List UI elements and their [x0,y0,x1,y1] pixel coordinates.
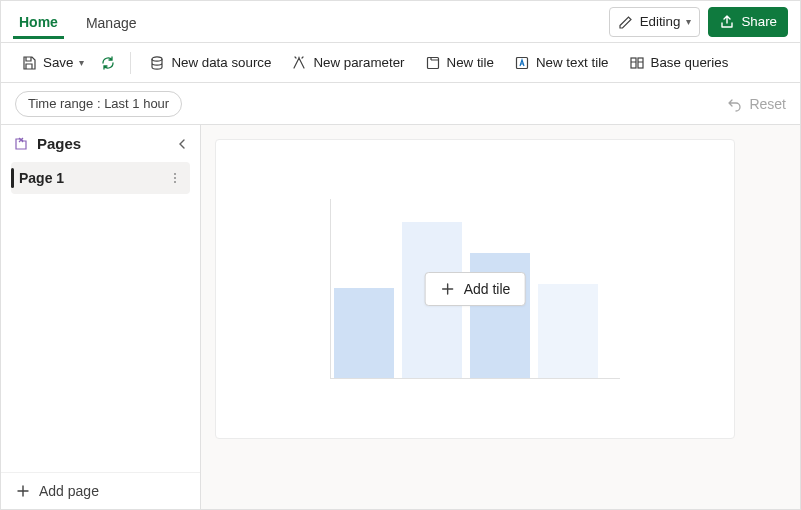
svg-rect-4 [638,58,643,68]
canvas-area: Add tile [201,125,800,509]
sidebar-header: Pages [1,125,200,160]
empty-tile-card: Add tile [215,139,735,439]
svg-point-6 [174,177,176,179]
editing-mode-button[interactable]: Editing ▾ [609,7,701,37]
base-queries-button[interactable]: Base queries [621,48,737,78]
y-axis [330,199,331,378]
database-icon [149,55,165,71]
time-range-value: Last 1 hour [104,96,169,111]
collapse-sidebar-button[interactable] [176,138,188,150]
undo-icon [727,96,743,112]
divider [130,52,131,74]
svg-rect-3 [631,58,636,68]
page-item[interactable]: Page 1 [11,162,190,194]
base-queries-label: Base queries [651,55,729,70]
new-text-tile-button[interactable]: New text tile [506,48,617,78]
new-parameter-label: New parameter [313,55,404,70]
new-data-source-label: New data source [171,55,271,70]
sidebar-title: Pages [37,135,81,152]
save-icon [21,55,37,71]
chart-bar [538,284,598,378]
tab-home[interactable]: Home [13,4,64,39]
tile-icon [425,55,441,71]
time-range-pill[interactable]: Time range : Last 1 hour [15,91,182,117]
main-body: Pages Page 1 Add page [1,125,800,509]
add-page-label: Add page [39,483,99,499]
svg-point-7 [174,181,176,183]
svg-rect-1 [427,57,438,68]
reset-button[interactable]: Reset [727,96,786,112]
share-icon [719,14,735,30]
chevron-down-icon: ▾ [79,57,84,68]
toolbar: Save ▾ New data source New parameter New… [1,43,800,83]
add-tile-button[interactable]: Add tile [425,272,526,306]
svg-point-0 [152,56,162,60]
save-button[interactable]: Save ▾ [13,48,92,78]
chart-bar [334,288,394,378]
plus-icon [15,483,31,499]
page-item-more-button[interactable] [168,171,182,185]
refresh-button[interactable] [96,48,120,78]
text-tile-icon [514,55,530,71]
reset-label: Reset [749,96,786,112]
parameter-icon [291,55,307,71]
new-text-tile-label: New text tile [536,55,609,70]
svg-point-5 [174,173,176,175]
save-label: Save [43,55,73,70]
tab-manage[interactable]: Manage [80,5,143,39]
page-item-label: Page 1 [19,170,64,186]
refresh-icon [100,55,116,71]
share-label: Share [741,14,777,29]
editing-label: Editing [640,14,681,29]
queries-icon [629,55,645,71]
plus-icon [440,281,456,297]
new-parameter-button[interactable]: New parameter [283,48,412,78]
pencil-icon [618,14,634,30]
new-tile-button[interactable]: New tile [417,48,502,78]
add-tile-label: Add tile [464,281,511,297]
pages-icon [13,136,29,152]
chevron-down-icon: ▾ [686,16,691,27]
time-range-label: Time range : [28,96,101,111]
add-page-button[interactable]: Add page [1,472,200,509]
new-data-source-button[interactable]: New data source [141,48,279,78]
share-button[interactable]: Share [708,7,788,37]
tab-bar: Home Manage Editing ▾ Share [1,1,800,43]
new-tile-label: New tile [447,55,494,70]
filter-bar: Time range : Last 1 hour Reset [1,83,800,125]
sidebar: Pages Page 1 Add page [1,125,201,509]
